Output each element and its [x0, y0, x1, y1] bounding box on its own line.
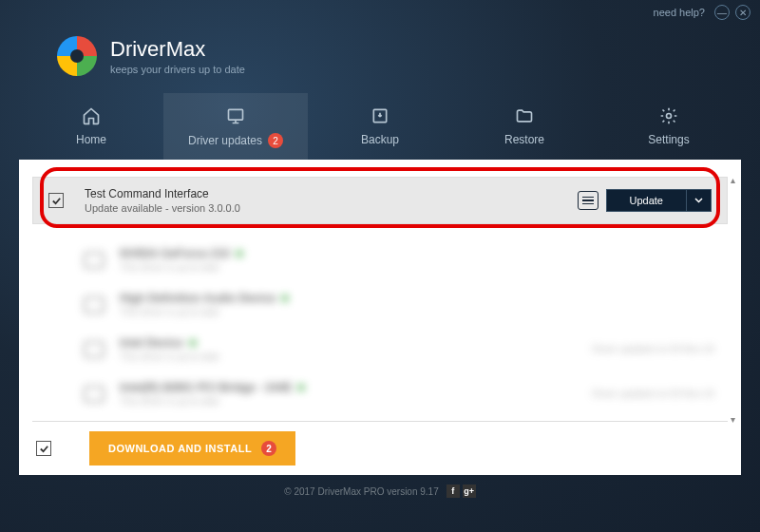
titlebar: need help? — ✕	[0, 0, 760, 25]
status-dot	[189, 339, 197, 347]
scroll-up-icon[interactable]: ▴	[726, 173, 739, 186]
minimize-button[interactable]: —	[714, 5, 730, 20]
svg-point-2	[667, 114, 672, 119]
list-item: High Definition Audio DeviceThis driver …	[46, 282, 714, 327]
update-button-label: Update	[607, 195, 686, 206]
chevron-down-icon	[694, 198, 703, 203]
backup-icon	[370, 106, 390, 125]
list-item: Intel DeviceThis driver is up-to-date Dr…	[46, 327, 714, 371]
help-link[interactable]: need help?	[654, 7, 705, 18]
copyright-text: © 2017 DriverMax PRO version 9.17	[284, 486, 438, 497]
svg-rect-0	[229, 109, 243, 120]
check-icon	[39, 444, 49, 454]
monitor-icon	[225, 106, 246, 125]
gear-icon	[658, 106, 679, 125]
footer: © 2017 DriverMax PRO version 9.17 f g+	[0, 475, 760, 507]
facebook-icon[interactable]: f	[446, 484, 460, 498]
home-icon	[81, 106, 102, 125]
social-links: f g+	[446, 484, 476, 498]
update-dropdown[interactable]	[686, 190, 711, 211]
main-tabs: Home Driver updates 2 Backup Restore Set…	[0, 93, 760, 160]
app-subtitle: keeps your drivers up to date	[110, 64, 245, 75]
device-icon	[84, 341, 104, 358]
driver-title: Test Command Interface	[85, 187, 578, 200]
brand-text: DriverMax keeps your drivers up to date	[110, 37, 245, 75]
content-panel: Test Command Interface Update available …	[19, 160, 741, 475]
list-item: Intel(R) 82801 PCI Bridge - 244EThis dri…	[46, 371, 714, 416]
status-dot	[297, 384, 305, 391]
driver-info: Test Command Interface Update available …	[85, 187, 578, 214]
tab-restore-label: Restore	[504, 133, 544, 146]
tab-settings-label: Settings	[648, 133, 689, 146]
scroll-down-icon[interactable]: ▾	[726, 412, 739, 426]
other-drivers-list: NVIDIA GeForce 210This driver is up-to-d…	[32, 234, 728, 420]
download-label: DOWNLOAD AND INSTALL	[108, 443, 252, 454]
device-icon	[84, 296, 104, 314]
driver-row-highlighted: Test Command Interface Update available …	[32, 177, 728, 224]
app-logo-icon	[57, 36, 97, 76]
app-title: DriverMax	[110, 37, 245, 62]
close-button[interactable]: ✕	[735, 5, 750, 20]
update-button[interactable]: Update	[606, 189, 712, 212]
tab-backup-label: Backup	[361, 133, 399, 146]
driver-subtitle: Update available - version 3.0.0.0	[85, 202, 578, 214]
list-item: NVIDIA GeForce 210This driver is up-to-d…	[46, 238, 714, 282]
tab-driver-updates[interactable]: Driver updates 2	[163, 93, 308, 160]
status-dot	[236, 250, 243, 257]
device-icon	[84, 252, 104, 269]
download-badge: 2	[261, 441, 276, 456]
scrollbar[interactable]: ▴ ▾	[726, 173, 739, 426]
tab-settings[interactable]: Settings	[597, 93, 741, 160]
details-button[interactable]	[578, 191, 598, 210]
tab-home-label: Home	[76, 133, 106, 146]
tab-restore[interactable]: Restore	[452, 93, 597, 160]
check-icon	[51, 196, 62, 206]
tab-backup[interactable]: Backup	[308, 93, 452, 160]
tab-updates-label: Driver updates	[188, 134, 262, 147]
header: DriverMax keeps your drivers up to date	[0, 25, 760, 93]
driver-checkbox[interactable]	[48, 193, 64, 208]
googleplus-icon[interactable]: g+	[463, 484, 476, 498]
download-install-button[interactable]: DOWNLOAD AND INSTALL 2	[89, 431, 295, 466]
select-all-checkbox[interactable]	[36, 441, 51, 456]
updates-badge: 2	[268, 133, 283, 148]
status-dot	[281, 294, 289, 302]
bottom-bar: DOWNLOAD AND INSTALL 2	[32, 421, 728, 475]
tab-home[interactable]: Home	[19, 93, 163, 160]
device-icon	[84, 386, 104, 403]
folder-icon	[514, 106, 535, 125]
